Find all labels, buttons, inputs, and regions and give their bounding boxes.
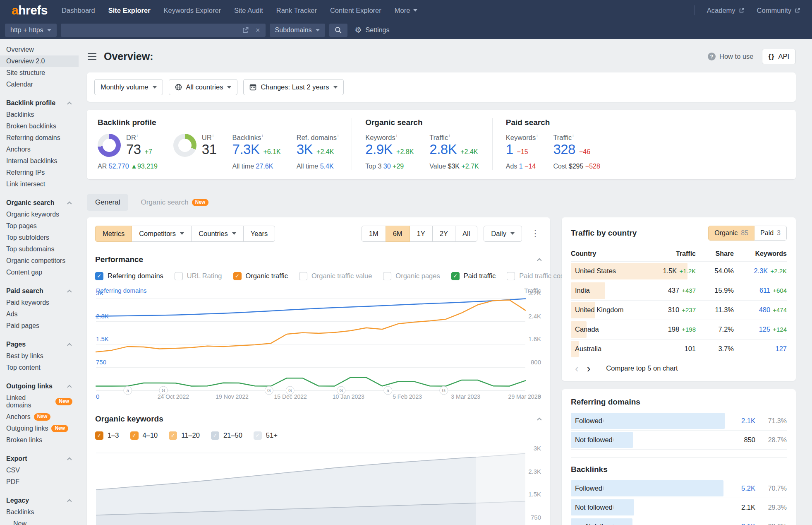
sidebar-section-pages[interactable]: Pages xyxy=(0,339,79,350)
tab-general[interactable]: General xyxy=(87,194,128,211)
table-row[interactable]: Canada198+1987.2%125+124 xyxy=(571,320,787,339)
sidebar-item-top-pages[interactable]: Top pages xyxy=(0,220,79,232)
chevron-up-icon[interactable] xyxy=(537,258,541,262)
how-to-use-link[interactable]: ?How to use xyxy=(708,53,754,60)
sidebar-item-organic-competitors[interactable]: Organic competitors xyxy=(0,255,79,267)
sidebar-item-new[interactable]: New xyxy=(0,518,79,525)
sidebar-section-legacy[interactable]: Legacy xyxy=(0,495,79,506)
keywords-value[interactable]: 480 xyxy=(759,306,771,313)
control-competitors[interactable]: Competitors xyxy=(132,226,192,242)
column-header-share[interactable]: Share xyxy=(696,250,734,258)
column-header-traffic[interactable]: Traffic xyxy=(647,250,696,258)
settings-button[interactable]: ⚙Settings xyxy=(355,26,390,34)
backlinks-value[interactable]: 7.3K xyxy=(232,142,260,157)
external-link-icon[interactable] xyxy=(242,26,249,34)
checkbox-url-rating[interactable]: URL Rating xyxy=(175,272,222,280)
sidebar-item-csv[interactable]: CSV xyxy=(0,465,79,476)
range-all[interactable]: All xyxy=(455,226,477,242)
sidebar-item-pdf[interactable]: PDF xyxy=(0,476,79,488)
scope-dropdown[interactable]: Subdomains xyxy=(270,24,325,37)
sidebar-item-broken-links[interactable]: Broken links xyxy=(0,434,79,446)
ref-domains-value[interactable]: 3K xyxy=(297,142,313,157)
sidebar-item-top-subfolders[interactable]: Top subfolders xyxy=(0,232,79,243)
control-metrics[interactable]: Metrics xyxy=(95,226,132,242)
sidebar-item-site-structure[interactable]: Site structure xyxy=(0,67,79,79)
nav-item-dashboard[interactable]: Dashboard xyxy=(62,7,95,14)
filter-changes-last-2-years[interactable]: Changes: Last 2 years xyxy=(243,79,343,95)
sidebar-item-outgoing-links[interactable]: Outgoing linksNew xyxy=(0,423,79,434)
nav-item-site-audit[interactable]: Site Audit xyxy=(234,7,263,14)
table-row[interactable]: United States1.5K+1.2K54.0%2.3K+2.2K xyxy=(571,261,787,281)
keywords-value[interactable]: 2.3K xyxy=(754,267,768,275)
checkbox-51[interactable]: ✓51+ xyxy=(254,431,278,440)
sidebar-section-backlink-profile[interactable]: Backlink profile xyxy=(0,97,79,109)
chevron-right-icon[interactable]: › xyxy=(583,364,595,373)
sidebar-section-export[interactable]: Export xyxy=(0,453,79,465)
info-icon[interactable]: i xyxy=(262,133,263,138)
organic-traffic-value[interactable]: 2.8K xyxy=(429,142,457,157)
checkbox-organic-pages[interactable]: Organic pages xyxy=(383,272,440,280)
organic-keywords-value[interactable]: 2.9K xyxy=(365,142,393,157)
checkbox-4-10[interactable]: ✓4–10 xyxy=(130,431,158,440)
sidebar-item-top-subdomains[interactable]: Top subdomains xyxy=(0,243,79,255)
checkbox-organic-traffic[interactable]: ✓Organic traffic xyxy=(233,272,288,280)
table-row[interactable]: United Kingdom310+23711.3%480+474 xyxy=(571,300,787,320)
sidebar-item-ads[interactable]: Ads xyxy=(0,308,79,320)
checkbox-referring-domains[interactable]: ✓Referring domains xyxy=(95,272,163,280)
chevron-up-icon[interactable] xyxy=(537,417,541,422)
tab-organic-search[interactable]: Organic searchNew xyxy=(132,194,217,211)
sidebar-item-anchors[interactable]: Anchors xyxy=(0,144,79,155)
kebab-menu-icon[interactable]: ⋮ xyxy=(529,229,542,238)
filter-monthly-volume[interactable]: Monthly volume xyxy=(94,79,163,95)
chart-marker-a[interactable]: a xyxy=(384,386,392,395)
info-icon[interactable]: i xyxy=(449,133,450,138)
sidebar-item-internal-backlinks[interactable]: Internal backlinks xyxy=(0,155,79,167)
sidebar-item-link-intersect[interactable]: Link intersect xyxy=(0,178,79,190)
range-2y[interactable]: 2Y xyxy=(432,226,455,242)
range-6m[interactable]: 6M xyxy=(386,226,410,242)
sidebar-item-broken-backlinks[interactable]: Broken backlinks xyxy=(0,120,79,132)
sidebar-item-backlinks[interactable]: Backlinks xyxy=(0,506,79,518)
nav-item-academy[interactable]: Academy xyxy=(707,7,745,14)
checkbox-organic-traffic-value[interactable]: Organic traffic value xyxy=(299,272,372,280)
info-icon[interactable]: i xyxy=(213,133,213,138)
nav-item-rank-tracker[interactable]: Rank Tracker xyxy=(276,7,317,14)
control-countries[interactable]: Countries xyxy=(191,226,244,242)
nav-item-community[interactable]: Community xyxy=(757,7,800,14)
stat-bar-row[interactable]: Followedi5.2K70.7% xyxy=(571,479,787,498)
sidebar-item-best-by-links[interactable]: Best by links xyxy=(0,350,79,362)
sidebar-section-paid-search[interactable]: Paid search xyxy=(0,285,79,297)
stat-bar-row[interactable]: Nofollowi2.1K28.6% xyxy=(571,517,787,525)
sidebar-section-organic-search[interactable]: Organic search xyxy=(0,197,79,209)
compare-top5-link[interactable]: Compare top 5 on chart xyxy=(606,364,678,372)
chart-marker-G[interactable]: G xyxy=(337,386,345,395)
toggle-paid[interactable]: Paid3 xyxy=(754,226,787,241)
table-row[interactable]: India437+43715.9%611+604 xyxy=(571,281,787,300)
chart-marker-G[interactable]: G xyxy=(286,386,294,395)
column-header-keywords[interactable]: Keywords xyxy=(734,250,787,258)
sidebar-item-organic-keywords[interactable]: Organic keywords xyxy=(0,209,79,220)
api-button[interactable]: {}API xyxy=(762,49,796,64)
nav-item-site-explorer[interactable]: Site Explorer xyxy=(108,7,151,14)
sidebar-item-anchors[interactable]: AnchorsNew xyxy=(0,411,79,423)
sidebar-item-content-gap[interactable]: Content gap xyxy=(0,267,79,278)
sidebar-item-overview[interactable]: Overview xyxy=(0,44,79,55)
toggle-organic[interactable]: Organic85 xyxy=(708,226,755,241)
sidebar-item-top-content[interactable]: Top content xyxy=(0,362,79,373)
sidebar-item-calendar[interactable]: Calendar xyxy=(0,79,79,90)
info-icon[interactable]: i xyxy=(603,486,604,491)
chevron-left-icon[interactable]: ‹ xyxy=(571,364,583,373)
sidebar-item-backlinks[interactable]: Backlinks xyxy=(0,109,79,120)
search-button[interactable] xyxy=(329,24,347,37)
column-header-country[interactable]: Country xyxy=(571,250,647,258)
range-1y[interactable]: 1Y xyxy=(410,226,433,242)
paid-keywords-value[interactable]: 1 xyxy=(506,142,513,157)
bar-row-value[interactable]: 2.1K xyxy=(741,417,755,425)
bar-row-value[interactable]: 2.1K xyxy=(741,523,755,525)
table-row[interactable]: Australia1013.7%127 xyxy=(571,339,787,359)
sidebar-item-referring-ips[interactable]: Referring IPs xyxy=(0,167,79,178)
target-url-input[interactable]: × xyxy=(61,24,266,37)
control-years[interactable]: Years xyxy=(243,226,275,242)
nav-item-keywords-explorer[interactable]: Keywords Explorer xyxy=(164,7,221,14)
hamburger-icon[interactable] xyxy=(88,53,96,60)
